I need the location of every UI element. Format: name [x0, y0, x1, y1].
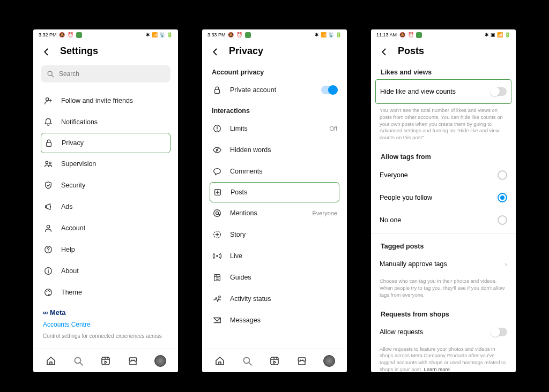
section-allow-tags: Allow tags from: [379, 147, 508, 164]
limits-icon: [212, 123, 222, 134]
radio-button[interactable]: [498, 170, 507, 180]
allow-requests-row[interactable]: Allow requests: [379, 321, 508, 343]
lock-icon: [212, 85, 222, 95]
search-box[interactable]: [41, 65, 170, 82]
menu-item-label: Security: [61, 182, 85, 189]
help-icon: [43, 244, 54, 255]
menu-item-story[interactable]: Story: [210, 224, 339, 245]
nav-search[interactable]: [241, 355, 253, 367]
guides-icon: [212, 272, 222, 283]
menu-item-label: Help: [61, 246, 75, 253]
menu-item-label: Ads: [61, 203, 73, 210]
nav-shop[interactable]: [296, 355, 308, 367]
bell-icon: [43, 117, 54, 127]
menu-item-mentions[interactable]: MentionsEveryone: [210, 202, 339, 224]
menu-item-supervision[interactable]: Supervision: [41, 153, 170, 175]
menu-item-label: Account: [61, 224, 85, 232]
header: Privacy: [202, 40, 347, 62]
menu-item-hidden-words[interactable]: Hidden words: [210, 139, 339, 161]
menu-item-help[interactable]: Help: [41, 239, 170, 260]
nav-reels[interactable]: [269, 355, 280, 367]
menu-item-live[interactable]: Live: [210, 245, 339, 267]
menu-item-guides[interactable]: Guides: [210, 267, 339, 288]
app-indicator-icon: [76, 32, 82, 38]
hide-like-counts-toggle[interactable]: [491, 87, 507, 96]
menu-item-comments[interactable]: Comments: [210, 161, 339, 182]
nav-profile[interactable]: [154, 355, 166, 367]
search-input[interactable]: [59, 70, 165, 78]
accounts-centre-link[interactable]: Accounts Centre: [41, 316, 170, 330]
menu-item-privacy[interactable]: Privacy: [41, 133, 170, 153]
page-title: Posts: [398, 46, 424, 57]
radio-no-one[interactable]: No one: [379, 209, 508, 231]
shops-help: Allow requests to feature your photos an…: [379, 343, 508, 373]
bluetooth-icon: ✱: [146, 32, 150, 37]
footer-text: Control settings for connected experienc…: [41, 330, 170, 340]
menu-item-label: About: [61, 267, 79, 275]
menu-item-theme[interactable]: Theme: [41, 282, 170, 303]
menu-item-private-account[interactable]: Private account: [210, 79, 339, 101]
nav-search[interactable]: [72, 355, 84, 367]
section-likes-views: Likes and views: [379, 62, 508, 79]
menu-item-about[interactable]: About: [41, 260, 170, 282]
nav-home[interactable]: [45, 355, 57, 367]
menu-item-label: Privacy: [62, 139, 84, 147]
manually-approve-tags-row[interactable]: Manually approve tags ›: [379, 253, 508, 275]
mute-icon: 🔕: [59, 32, 65, 38]
menu-item-activity-status[interactable]: Activity status: [210, 288, 339, 310]
back-icon[interactable]: [379, 47, 388, 56]
shield-icon: [43, 180, 54, 191]
status-time: 3:33 PM: [207, 32, 226, 37]
nav-profile[interactable]: [323, 355, 335, 367]
radio-everyone[interactable]: Everyone: [379, 164, 508, 186]
comment-icon: [212, 166, 222, 177]
back-icon[interactable]: [41, 47, 50, 56]
menu-item-label: Activity status: [230, 295, 271, 303]
palette-icon: [43, 287, 54, 298]
menu-item-notifications[interactable]: Notifications: [41, 111, 170, 133]
statusbar: 3:32 PM 🔕 ⏰ ✱ 📶 📡 🔋: [33, 29, 178, 40]
status-time: 3:32 PM: [39, 32, 57, 37]
header: Settings: [33, 40, 178, 62]
status-time: 11:13 AM: [376, 32, 397, 37]
add-user-icon: [43, 95, 54, 106]
menu-item-limits[interactable]: LimitsOff: [210, 118, 339, 139]
nav-shop[interactable]: [127, 355, 139, 367]
menu-item-label: Mentions: [230, 209, 257, 217]
hide-like-counts-row[interactable]: Hide like and view counts: [379, 81, 508, 102]
people-icon: [43, 159, 54, 169]
learn-more-link[interactable]: Learn more: [424, 366, 450, 372]
app-indicator-icon: [416, 32, 422, 38]
nav-reels[interactable]: [100, 355, 112, 367]
menu-item-follow-and-invite-friends[interactable]: Follow and invite friends: [41, 90, 170, 111]
menu-item-label: Private account: [230, 86, 276, 94]
menu-item-ads[interactable]: Ads: [41, 196, 170, 217]
radio-label: Everyone: [380, 171, 408, 179]
chevron-right-icon: ›: [505, 260, 507, 268]
allow-requests-label: Allow requests: [380, 328, 423, 336]
menu-item-posts[interactable]: Posts: [210, 182, 339, 202]
bottom-nav: [33, 349, 178, 372]
page-title: Settings: [60, 46, 98, 57]
nav-home[interactable]: [214, 355, 226, 367]
menu-item-messages[interactable]: Messages: [210, 310, 339, 331]
alarm-icon: ⏰: [68, 32, 74, 38]
toggle[interactable]: [321, 86, 337, 94]
eye-icon: [212, 145, 222, 155]
info-icon: [43, 266, 54, 276]
alarm-icon: ⏰: [236, 32, 243, 38]
menu-item-label: Guides: [230, 274, 251, 281]
back-icon[interactable]: [210, 47, 219, 56]
menu-item-label: Limits: [230, 125, 248, 132]
menu-item-label: Notifications: [61, 118, 98, 126]
radio-button[interactable]: [498, 215, 507, 225]
menu-item-label: Live: [230, 252, 242, 260]
menu-item-security[interactable]: Security: [41, 175, 170, 196]
radio-button[interactable]: [498, 193, 507, 202]
menu-item-account[interactable]: Account: [41, 217, 170, 239]
menu-item-label: Comments: [230, 168, 262, 175]
allow-requests-toggle[interactable]: [491, 328, 507, 336]
page-title: Privacy: [229, 46, 263, 57]
radio-people-you-follow[interactable]: People you follow: [379, 186, 508, 209]
bluetooth-icon: ✱: [485, 32, 489, 37]
